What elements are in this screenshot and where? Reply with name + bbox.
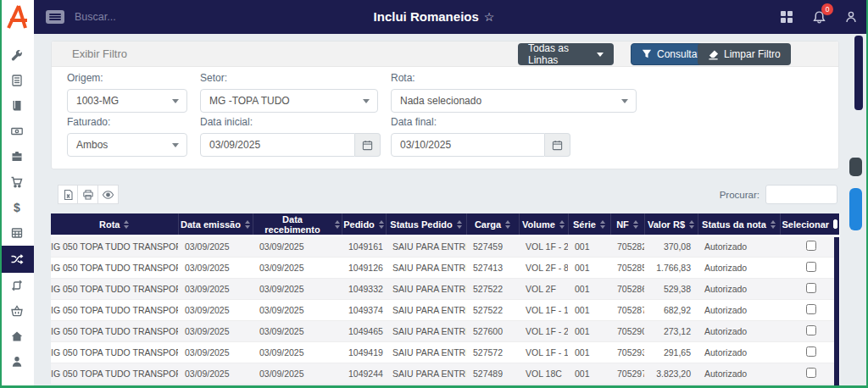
col-nf[interactable]: NF (610, 213, 644, 236)
cell-carga: 527522 (466, 299, 519, 320)
table-search-input[interactable] (765, 185, 837, 204)
cell-status-nota: Autorizado (698, 257, 780, 278)
col-serie[interactable]: Série (568, 213, 610, 236)
row-select-checkbox[interactable] (806, 241, 816, 251)
table-row: IG 050 TOPA TUDO TRANSPORTES03/09/202503… (51, 363, 839, 384)
row-select-checkbox[interactable] (806, 304, 816, 314)
cell-data-recebimento: 03/09/2025 (253, 363, 342, 384)
sidebar-item-home[interactable] (0, 324, 34, 349)
cell-serie: 001 (568, 236, 610, 257)
sidebar-item-basket[interactable] (0, 298, 34, 324)
notifications-bell-icon[interactable]: 0 (810, 8, 827, 25)
sidebar-item-banknote[interactable] (0, 119, 34, 144)
table-row: IG 050 TOPA TUDO TRANSPORTES03/09/202503… (51, 257, 839, 278)
sidebar-item-wrench[interactable] (0, 42, 34, 68)
col-pedido[interactable]: Pedido (342, 213, 386, 236)
col-data-recebimento[interactable]: Data recebimento (253, 213, 342, 236)
filter-card: Exibir Filtro Todas as Linhas Consultar … (51, 41, 839, 169)
column-visibility-button[interactable] (98, 185, 119, 204)
sort-icon[interactable] (559, 220, 565, 229)
print-button[interactable] (78, 185, 98, 204)
sort-icon[interactable] (689, 220, 694, 229)
shopping-cart-icon (10, 175, 24, 189)
sort-icon[interactable] (124, 220, 129, 229)
sidebar-item-romaneios-active[interactable] (0, 246, 34, 273)
lines-per-page-select[interactable]: Todas as Linhas (518, 43, 614, 65)
sort-icon[interactable] (633, 220, 638, 229)
col-volume[interactable]: Volume (519, 213, 568, 236)
icon-sidebar: $ (0, 34, 34, 388)
cell-status-nota: Autorizado (698, 320, 780, 341)
faturado-select[interactable]: Ambos (67, 133, 187, 157)
chevron-down-icon (363, 99, 370, 103)
sidebar-item-spreadsheet[interactable] (0, 220, 34, 246)
sort-icon[interactable] (771, 220, 776, 229)
eye-icon (102, 190, 114, 200)
page-scrollbar-thumb[interactable] (854, 36, 863, 110)
row-select-checkbox[interactable] (806, 283, 816, 293)
sort-icon[interactable] (245, 220, 250, 229)
rota-select[interactable]: Nada selecionado (391, 89, 637, 113)
data-inicial-input[interactable]: 03/09/2025 (200, 133, 355, 157)
cell-rota: IG 050 TOPA TUDO TRANSPORTES (51, 363, 178, 384)
sort-icon[interactable] (505, 220, 510, 229)
cell-volume: VOL 1F - 1C (519, 341, 568, 363)
row-select-checkbox[interactable] (806, 346, 816, 357)
cell-data-recebimento: 03/09/2025 (253, 236, 342, 257)
table-vertical-scrollbar[interactable] (834, 237, 839, 388)
chevron-down-icon (172, 143, 179, 147)
apps-grid-icon[interactable] (778, 8, 795, 25)
sidebar-item-calculator[interactable] (0, 68, 34, 93)
book-icon (10, 99, 24, 113)
sort-icon[interactable] (335, 220, 340, 229)
sidebar-item-briefcase[interactable] (0, 144, 34, 169)
col-valor[interactable]: Valor R$ (644, 213, 698, 236)
setor-select[interactable]: MG -TOPA TUDO (200, 89, 378, 113)
cell-status-nota: Autorizado (698, 299, 780, 320)
wrench-icon (10, 48, 24, 62)
user-profile-icon[interactable] (843, 8, 860, 25)
sidebar-item-repeat[interactable] (0, 273, 34, 298)
cell-rota: IG 050 TOPA TUDO TRANSPORTES (51, 299, 178, 320)
export-excel-button[interactable] (58, 185, 78, 204)
sort-icon[interactable] (379, 220, 384, 229)
sort-icon[interactable] (600, 220, 605, 229)
cell-nf: 705287 (610, 299, 644, 320)
side-widget-blue[interactable] (849, 188, 862, 230)
sidebar-item-book[interactable] (0, 93, 34, 119)
notification-badge: 0 (821, 3, 833, 15)
cell-selecionar (780, 341, 839, 363)
side-widget-dark[interactable] (849, 158, 862, 176)
cell-valor: 291,65 (644, 341, 698, 363)
data-final-input[interactable]: 03/10/2025 (391, 133, 545, 157)
eraser-icon (708, 49, 719, 60)
row-select-checkbox[interactable] (806, 368, 816, 378)
origem-select[interactable]: 1003-MG (67, 89, 187, 113)
cell-carga: 527600 (466, 320, 519, 341)
cell-selecionar (780, 257, 839, 278)
cell-rota: IG 050 TOPA TUDO TRANSPORTES (51, 341, 178, 363)
cell-nf: 705297 (610, 363, 644, 384)
sidebar-item-cart[interactable] (0, 169, 34, 195)
calendar-addon[interactable] (545, 133, 570, 157)
top-navbar: Buscar... Inclui Romaneios☆ 0 (0, 0, 868, 34)
col-rota[interactable]: Rota (51, 213, 178, 236)
col-carga[interactable]: Carga (466, 213, 519, 236)
cell-serie: 001 (568, 363, 610, 384)
col-status-pedido[interactable]: Status Pedido (386, 213, 466, 236)
col-status-nota[interactable]: Status da nota (698, 213, 780, 236)
select-all-checkbox[interactable] (833, 219, 837, 229)
sidebar-item-financial[interactable]: $ (0, 195, 34, 220)
cell-pedido: 1049244 (342, 363, 386, 384)
clear-filter-button[interactable]: Limpar Filtro (698, 43, 791, 65)
favorite-star-icon[interactable]: ☆ (484, 10, 495, 24)
sort-icon[interactable] (457, 220, 462, 229)
cell-valor: 273,12 (644, 320, 698, 341)
sidebar-item-user[interactable] (0, 349, 34, 374)
calendar-addon[interactable] (355, 133, 381, 157)
row-select-checkbox[interactable] (806, 325, 816, 335)
col-data-emissao[interactable]: Data emissão (178, 213, 253, 236)
col-selecionar: Selecionar (780, 213, 839, 236)
row-select-checkbox[interactable] (806, 262, 816, 272)
funnel-icon (642, 49, 652, 59)
